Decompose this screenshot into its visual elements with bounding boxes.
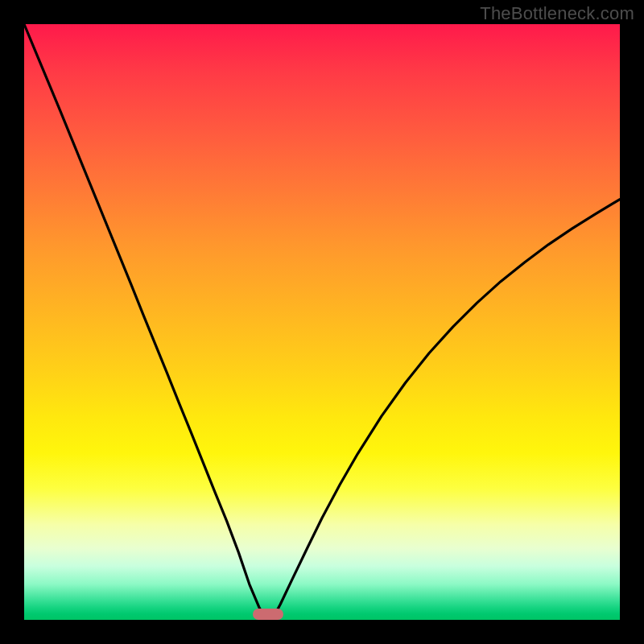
plot-area	[24, 24, 620, 620]
curve-layer	[24, 24, 620, 620]
right-branch-curve	[272, 200, 620, 620]
watermark-label: TheBottleneck.com	[480, 3, 634, 24]
minimum-marker	[253, 609, 283, 620]
chart-frame: TheBottleneck.com	[0, 0, 644, 644]
left-branch-curve	[24, 24, 266, 620]
